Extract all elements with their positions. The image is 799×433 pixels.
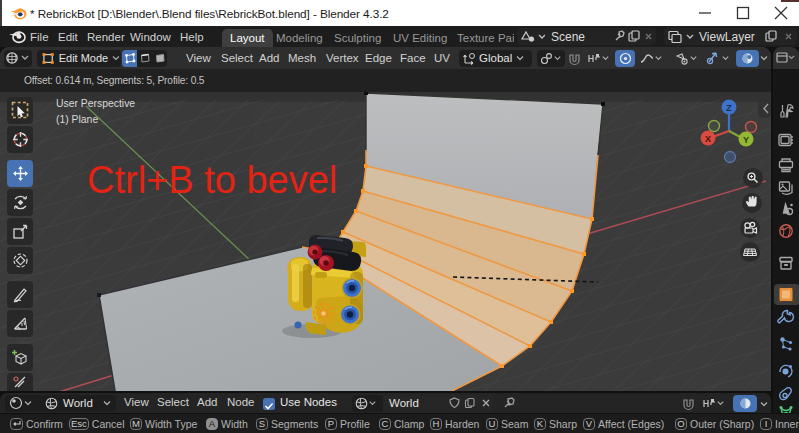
svg-text:Z: Z — [726, 103, 732, 113]
svg-text:Ctrl+B to bevel: Ctrl+B to bevel — [87, 159, 337, 201]
svg-text:Y: Y — [743, 135, 749, 145]
svg-text:(1) Plane: (1) Plane — [56, 114, 98, 125]
svg-text:User Perspective: User Perspective — [56, 98, 135, 109]
svg-text:X: X — [705, 134, 711, 144]
